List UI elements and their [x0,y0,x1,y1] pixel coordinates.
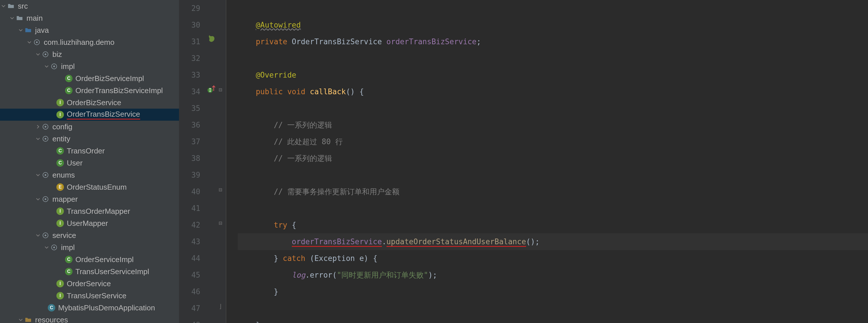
line-number: 40 [179,183,206,200]
code-line: private OrderTransBizService orderTransB… [238,33,868,50]
enum-icon: E [56,183,64,191]
tree-label: TransOrderMapper [67,207,130,216]
line-number: 41 [179,200,206,217]
chevron-down-icon [18,317,24,323]
tree-folder-main[interactable]: main [0,12,179,24]
code-line [238,200,868,217]
tree-file-transuserserviceimpl[interactable]: C TransUserServiceImpl [0,265,179,278]
class-icon: C [65,87,72,94]
tree-file-orderservice[interactable]: I OrderService [0,278,179,290]
tree-label: OrderTransBizService [67,110,140,119]
tree-file-app[interactable]: C MybatisPlusDemoApplication [0,302,179,314]
class-icon: C [65,75,72,82]
code-line [238,167,868,183]
tree-package-config[interactable]: config [0,121,179,133]
fold-handle-icon[interactable]: ⊟ [219,86,222,93]
tree-package-impl[interactable]: impl [0,60,179,72]
code-line: // 一系列的逻辑 [238,150,868,167]
gutter-markers: I [206,0,218,323]
tree-file-transuserservice[interactable]: I TransUserService [0,290,179,302]
class-icon: C [56,147,64,155]
svg-point-11 [44,174,46,176]
svg-point-13 [44,198,46,200]
chevron-down-icon [35,172,41,178]
chevron-down-icon [35,51,41,57]
package-icon [33,38,41,46]
code-line: try { [238,217,868,234]
bean-marker-icon[interactable] [207,34,216,43]
code-line [238,100,868,117]
chevron-down-icon [35,196,41,202]
package-icon [41,135,50,143]
chevron-down-icon [44,64,50,69]
tree-file-orderbizserviceimpl[interactable]: C OrderBizServiceImpl [0,72,179,84]
tree-file-orderbizservice[interactable]: I OrderBizService [0,97,179,109]
chevron-down-icon [1,3,6,9]
chevron-down-icon [35,232,41,238]
package-icon [50,62,58,70]
line-number: 48 [179,317,206,323]
code-editor[interactable]: 2930313233343536373839404142434445464748… [179,0,868,323]
tree-package-service[interactable]: service [0,229,179,241]
code-line: } [238,283,868,300]
tree-label: impl [61,243,75,252]
fold-handle-icon[interactable]: ⊟ [219,186,222,193]
resources-folder-icon [24,316,32,323]
tree-folder-java[interactable]: java [0,24,179,36]
tree-label: resources [35,316,68,323]
code-line [238,300,868,317]
tree-file-transorder[interactable]: C TransOrder [0,145,179,157]
project-tree[interactable]: src main java com.liuzhihang.demo biz im… [0,0,179,323]
tree-file-orderserviceimpl[interactable]: C OrderServiceImpl [0,253,179,265]
tree-label: config [52,122,72,131]
class-icon: C [65,256,72,263]
tree-file-user[interactable]: C User [0,157,179,169]
line-number: 36 [179,117,206,133]
tree-file-orderstatusenum[interactable]: E OrderStatusEnum [0,181,179,193]
override-marker-icon[interactable]: I [207,84,216,93]
interface-icon: I [56,99,64,106]
package-icon [41,231,50,239]
tree-label: UserMapper [67,219,108,228]
folder-icon [16,14,24,22]
chevron-down-icon [44,245,50,250]
tree-file-ordertransbizservice[interactable]: I OrderTransBizService [0,109,179,121]
code-content[interactable]: @Autowired private OrderTransBizService … [226,0,868,323]
line-number: 45 [179,267,206,283]
line-number: 38 [179,150,206,167]
package-icon [41,195,50,203]
chevron-down-icon [27,39,32,45]
tree-package-entity[interactable]: entity [0,133,179,145]
code-line: // 一系列的逻辑 [238,117,868,133]
tree-label: TransUserServiceImpl [75,267,149,276]
tree-package-mapper[interactable]: mapper [0,193,179,205]
package-icon [41,50,50,58]
tree-label: impl [61,62,75,71]
package-icon [50,243,58,251]
tree-label: OrderBizServiceImpl [75,74,144,83]
tree-file-transordermapper[interactable]: I TransOrderMapper [0,205,179,217]
tree-package-root[interactable]: com.liuzhihang.demo [0,36,179,48]
code-line: @Autowired [238,17,868,33]
tree-file-ordertransbizserviceimpl[interactable]: C OrderTransBizServiceImpl [0,84,179,97]
code-line [238,0,868,17]
fold-handle-icon[interactable]: ⊟ [219,220,222,226]
tree-package-biz[interactable]: biz [0,48,179,60]
line-number: 37 [179,133,206,150]
tree-folder-resources[interactable]: resources [0,314,179,323]
tree-package-service-impl[interactable]: impl [0,241,179,253]
folder-icon [7,2,15,10]
tree-label: OrderTransBizServiceImpl [75,86,163,95]
svg-point-17 [53,247,55,248]
tree-package-enums[interactable]: enums [0,169,179,181]
tree-file-usermapper[interactable]: I UserMapper [0,217,179,229]
tree-label: OrderService [67,279,111,288]
svg-point-5 [53,66,55,67]
tree-label: MybatisPlusDemoApplication [58,303,155,312]
code-line: } [238,317,868,323]
chevron-down-icon [35,136,41,142]
tree-label: src [18,2,28,11]
code-line: } catch (Exception e) { [238,250,868,267]
fold-end-icon[interactable]: ⌋ [219,303,222,310]
tree-folder-src[interactable]: src [0,0,179,12]
